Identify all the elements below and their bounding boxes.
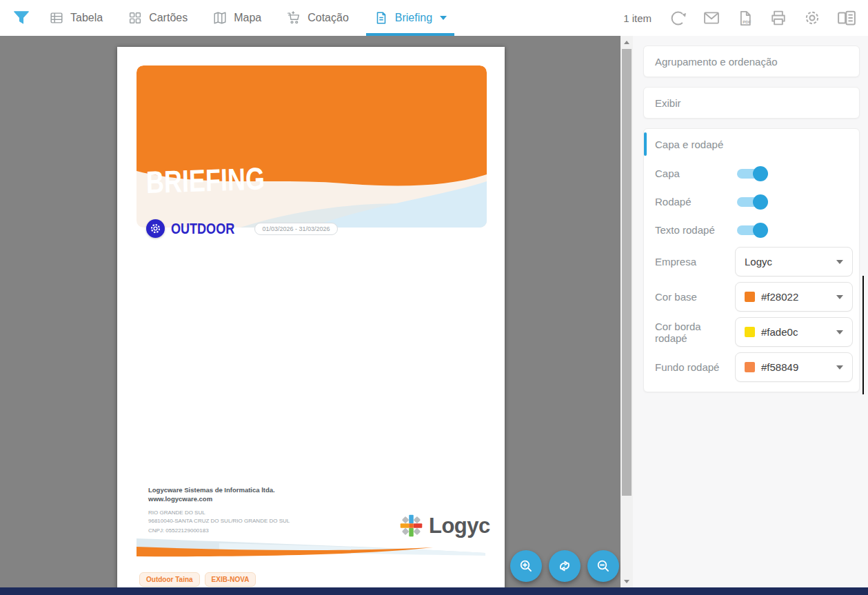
tab-briefing[interactable]: Briefing [372,0,449,36]
tab-mapa[interactable]: Mapa [210,0,263,36]
chevron-down-icon [836,330,843,334]
setting-label: Empresa [655,256,735,268]
scrollbar-thumb[interactable] [622,49,632,496]
section-title: Capa e rodapé [655,139,723,150]
pdf-icon: PDF [736,9,754,28]
side-panel-button[interactable] [836,8,857,28]
mail-button[interactable] [702,8,721,28]
setting-label: Cor base [655,291,735,303]
zoom-in-button[interactable] [510,550,542,582]
tag-badge[interactable]: EXIB-NOVA [205,572,256,587]
setting-row-capa: Capa [644,159,859,188]
triangle-down-icon [624,580,629,583]
capa-toggle[interactable] [737,169,766,179]
color-swatch [745,362,755,372]
toggle-knob [753,166,768,181]
setting-row-fundo-rodape: Fundo rodapé #f58849 [644,350,859,385]
document-icon [374,10,389,26]
section-title: Exibir [655,97,681,109]
printer-icon [769,8,788,28]
tag-badge[interactable]: Outdoor Taina [139,572,200,587]
select-value: #fade0c [761,326,798,338]
cards-icon [128,10,143,26]
print-button[interactable] [769,8,788,28]
preview-scrollbar[interactable] [620,36,633,587]
setting-label: Rodapé [655,196,735,208]
cover-title: BRIEFING [145,161,265,201]
date-range-badge: 01/03/2026 - 31/03/2026 [254,223,337,235]
record-tags: Outdoor Taina EXIB-NOVA [139,572,256,587]
zoom-reset-button[interactable] [549,550,581,582]
item-count: 1 item [623,12,652,24]
footer-wave [137,534,485,560]
settings-button[interactable] [803,8,822,28]
triangle-up-icon [624,41,629,44]
empresa-select[interactable]: Logyc [735,247,853,276]
mail-icon [702,8,721,28]
tab-label: Mapa [234,12,261,24]
outdoor-logo-icon [146,219,165,238]
footer-company: Logycware Sistemas de Informatica ltda. [148,485,290,494]
setting-row-cor-borda-rodape: Cor borda rodapé #fade0c [644,314,859,350]
zoom-controls [510,550,619,582]
chevron-down-icon [440,16,447,20]
texto-rodape-toggle[interactable] [737,225,766,235]
setting-label: Fundo rodapé [655,361,735,373]
section-header-agrupamento[interactable]: Agrupamento e ordenação [644,46,859,77]
setting-row-texto-rodape: Texto rodapé [644,216,859,244]
setting-label: Texto rodapé [655,224,735,236]
section-title: Agrupamento e ordenação [655,56,778,68]
zoom-in-icon [518,558,534,574]
settings-panel: Agrupamento e ordenação Exibir Capa e ro… [633,36,868,587]
zoom-reset-icon [556,558,573,574]
tab-tabela[interactable]: Tabela [47,0,105,36]
tab-label: Cotação [307,12,349,24]
scroll-down-button[interactable] [620,575,633,587]
refresh-icon [669,9,687,28]
section-header-exibir[interactable]: Exibir [644,88,859,118]
toggle-knob [753,194,768,210]
setting-label: Cor borda rodapé [655,321,735,344]
cover-banner-waves [137,65,487,228]
export-pdf-button[interactable]: PDF [736,9,754,28]
funnel-icon [12,9,30,27]
footer-address: 96810040-SANTA CRUZ DO SUL/RIO GRANDE DO… [148,517,290,525]
section-agrupamento: Agrupamento e ordenação [643,46,860,77]
section-capa-rodape: Capa e rodapé Capa Rodapé Texto rodapé E… [643,128,860,392]
setting-row-empresa: Empresa Logyc [644,244,859,279]
chevron-down-icon [836,295,843,299]
window-bottom-bar [0,587,868,595]
cor-base-select[interactable]: #f28022 [735,282,853,312]
briefing-page: BRIEFING OUTDOOR 01/03/2026 - 31/03/2026… [117,47,505,587]
color-swatch [745,292,755,302]
panel-scrollbar[interactable] [862,276,864,394]
toggle-knob [753,223,768,238]
scroll-up-button[interactable] [620,36,633,48]
preview-area: BRIEFING OUTDOOR 01/03/2026 - 31/03/2026… [0,36,620,587]
section-header-capa-rodape[interactable]: Capa e rodapé [644,129,859,159]
cover-banner: BRIEFING [137,65,487,228]
view-tabs: Tabela Cartões Mapa Cotação Briefing [47,0,449,36]
setting-row-cor-base: Cor base #f28022 [644,279,859,314]
color-swatch [745,327,755,337]
tab-cotacao[interactable]: Cotação [284,0,351,36]
panel-icon [836,8,857,28]
tab-label: Cartões [149,12,188,24]
refresh-button[interactable] [669,9,687,28]
footer-region: RIO GRANDE DO SUL [148,509,290,517]
tab-label: Tabela [70,12,103,24]
svg-text:PDF: PDF [743,19,751,24]
select-value: #f58849 [761,361,798,373]
map-icon [212,10,228,26]
brand-row: OUTDOOR 01/03/2026 - 31/03/2026 [146,219,338,238]
cor-borda-rodape-select[interactable]: #fade0c [735,317,853,347]
tab-cartoes[interactable]: Cartões [125,0,190,36]
cart-icon [286,10,301,26]
setting-row-rodape: Rodapé [644,188,859,216]
fundo-rodape-select[interactable]: #f58849 [735,352,853,382]
rodape-toggle[interactable] [737,197,766,207]
top-toolbar: Tabela Cartões Mapa Cotação Briefing [0,0,868,36]
tab-label: Briefing [395,12,432,24]
zoom-out-button[interactable] [587,550,619,582]
filter-button[interactable] [11,8,32,28]
